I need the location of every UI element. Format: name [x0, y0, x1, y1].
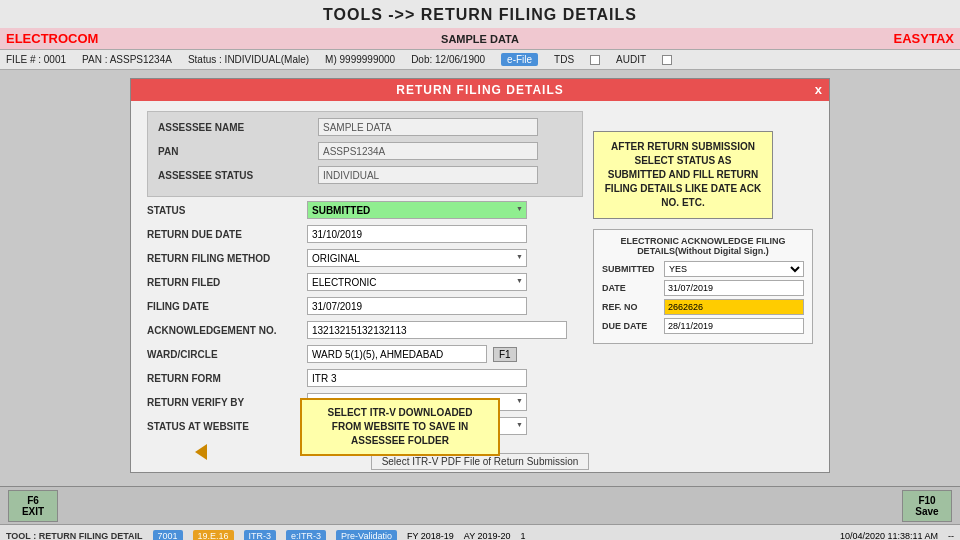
status-select[interactable]: SUBMITTED	[307, 201, 527, 219]
ack-ref-label: REF. NO	[602, 302, 660, 312]
assessee-section: ASSESSEE NAME PAN ASSESSEE STATUS	[147, 111, 583, 197]
ack-ref-row: REF. NO	[602, 299, 804, 315]
return-filed-row: RETURN FILED ELECTRONIC	[147, 273, 583, 291]
acknowledgement-row: ACKNOWLEDGEMENT NO.	[147, 321, 583, 339]
badge-eitr3: e:ITR-3	[286, 530, 326, 541]
tooltip-arrow	[195, 444, 207, 460]
page-title: TOOLS ->> RETURN FILING DETAILS	[0, 0, 960, 28]
badge-itr3: ITR-3	[244, 530, 277, 541]
bottom-section: SELECT ITR-V DOWNLOADED FROM WEBSITE TO …	[0, 481, 960, 486]
filing-date-input[interactable]	[307, 297, 527, 315]
mobile-info: M) 9999999000	[325, 54, 395, 65]
ack-panel-title: ELECTRONIC ACKNOWLEDGE FILING DETAILS(Wi…	[602, 236, 804, 256]
ward-circle-label: WARD/CIRCLE	[147, 349, 307, 360]
ack-date-label: DATE	[602, 283, 660, 293]
audit-label: AUDIT	[616, 54, 646, 65]
pan-label: PAN	[158, 146, 318, 157]
status-bar: TOOL : RETURN FILING DETAIL 7001 19.E.16…	[0, 524, 960, 540]
ack-panel: ELECTRONIC ACKNOWLEDGE FILING DETAILS(Wi…	[593, 229, 813, 344]
assessee-status-label: ASSESSEE STATUS	[158, 170, 318, 181]
badge-prevalidation: Pre-Validatio	[336, 530, 397, 541]
return-due-date-label: RETURN DUE DATE	[147, 229, 307, 240]
ack-due-date-input[interactable]	[664, 318, 804, 334]
return-filing-method-select[interactable]: ORIGINAL	[307, 249, 527, 267]
tooltip-bottom: SELECT ITR-V DOWNLOADED FROM WEBSITE TO …	[300, 398, 500, 456]
status-website-label: STATUS AT WEBSITE	[147, 421, 307, 432]
status-select-wrapper: SUBMITTED	[307, 201, 527, 219]
right-panel: AFTER RETURN SUBMISSION SELECT STATUS AS…	[593, 111, 813, 441]
status-row: STATUS SUBMITTED	[147, 201, 583, 219]
dialog-title: RETURN FILING DETAILS x	[131, 79, 829, 101]
ack-date-input[interactable]	[664, 280, 804, 296]
pan-input[interactable]	[318, 142, 538, 160]
info-bar: FILE # : 0001 PAN : ASSPS1234A Status : …	[0, 50, 960, 70]
status-dots: --	[948, 531, 954, 541]
top-bar: ELECTROCOM SAMPLE DATA EASYTAX	[0, 28, 960, 50]
return-verify-label: RETURN VERIFY BY	[147, 397, 307, 408]
status-label: STATUS	[147, 205, 307, 216]
acknowledgement-input[interactable]	[307, 321, 567, 339]
dob-info: Dob: 12/06/1900	[411, 54, 485, 65]
electrocom-logo: ELECTROCOM	[6, 31, 126, 46]
status-info: Status : INDIVIDUAL(Male)	[188, 54, 309, 65]
file-number: FILE # : 0001	[6, 54, 66, 65]
return-due-date-input[interactable]	[307, 225, 527, 243]
easytax-logo: EASYTAX	[834, 31, 954, 46]
assessee-name-row: ASSESSEE NAME	[158, 118, 572, 136]
f10-save-button[interactable]: F10 Save	[902, 490, 952, 522]
fy-label: FY 2018-19	[407, 531, 454, 541]
pan-row: PAN	[158, 142, 572, 160]
return-form-input[interactable]	[307, 369, 527, 387]
return-due-date-row: RETURN DUE DATE	[147, 225, 583, 243]
main-area: RETURN FILING DETAILS x ASSESSEE NAME PA…	[0, 70, 960, 524]
ack-submitted-select[interactable]: YES	[664, 261, 804, 277]
return-filing-method-select-wrapper: ORIGINAL	[307, 249, 527, 267]
dialog-form: ASSESSEE NAME PAN ASSESSEE STATUS STATUS	[147, 111, 583, 441]
ward-circle-row: WARD/CIRCLE F1	[147, 345, 583, 363]
ack-date-row: DATE	[602, 280, 804, 296]
tooltip-top: AFTER RETURN SUBMISSION SELECT STATUS AS…	[593, 131, 773, 219]
audit-checkbox[interactable]	[662, 55, 672, 65]
tds-label: TDS	[554, 54, 574, 65]
datetime-label: 10/04/2020 11:38:11 AM	[840, 531, 938, 541]
ward-input-group: F1	[307, 345, 517, 363]
dialog-close-button[interactable]: x	[815, 82, 823, 97]
ack-due-date-label: DUE DATE	[602, 321, 660, 331]
ward-circle-input[interactable]	[307, 345, 487, 363]
f1-button[interactable]: F1	[493, 347, 517, 362]
ay-label: AY 2019-20	[464, 531, 511, 541]
tool-label: TOOL : RETURN FILING DETAIL	[6, 531, 143, 541]
filing-date-label: FILING DATE	[147, 301, 307, 312]
filing-date-row: FILING DATE	[147, 297, 583, 315]
return-filing-method-label: RETURN FILING METHOD	[147, 253, 307, 264]
sample-data-label: SAMPLE DATA	[126, 33, 834, 45]
ack-due-date-row: DUE DATE	[602, 318, 804, 334]
badge-19e16: 19.E.16	[193, 530, 234, 541]
assessee-status-row: ASSESSEE STATUS	[158, 166, 572, 184]
assessee-name-input[interactable]	[318, 118, 538, 136]
f6-exit-button[interactable]: F6 EXIT	[8, 490, 58, 522]
return-form-label: RETURN FORM	[147, 373, 307, 384]
efile-button[interactable]: e-File	[501, 53, 538, 66]
return-filed-label: RETURN FILED	[147, 277, 307, 288]
assessee-status-input[interactable]	[318, 166, 538, 184]
ack-submitted-label: SUBMITTED	[602, 264, 660, 274]
tds-checkbox[interactable]	[590, 55, 600, 65]
return-form-row: RETURN FORM	[147, 369, 583, 387]
ack-submitted-row: SUBMITTED YES	[602, 261, 804, 277]
ack-ref-input[interactable]	[664, 299, 804, 315]
assessee-name-label: ASSESSEE NAME	[158, 122, 318, 133]
return-filed-select[interactable]: ELECTRONIC	[307, 273, 527, 291]
pan-info: PAN : ASSPS1234A	[82, 54, 172, 65]
badge-7001: 7001	[153, 530, 183, 541]
page-number: 1	[521, 531, 526, 541]
return-filed-select-wrapper: ELECTRONIC	[307, 273, 527, 291]
return-filing-method-row: RETURN FILING METHOD ORIGINAL	[147, 249, 583, 267]
bottom-bar: F6 EXIT F10 Save	[0, 486, 960, 524]
acknowledgement-label: ACKNOWLEDGEMENT NO.	[147, 325, 307, 336]
